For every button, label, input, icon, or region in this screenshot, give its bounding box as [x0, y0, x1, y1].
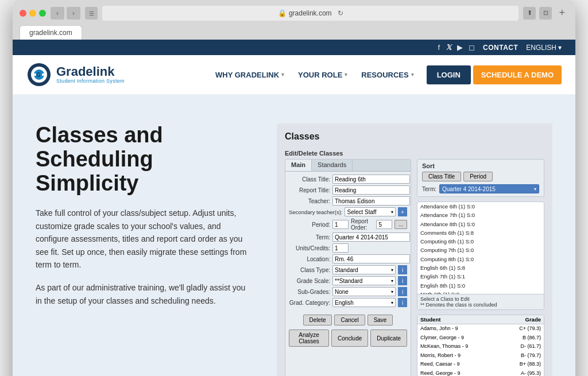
logo-area: G Gradelink Student Information System — [26, 62, 125, 87]
sort-period-button[interactable]: Period — [463, 172, 493, 181]
nav-role-label: YOUR ROLE — [298, 71, 342, 79]
report-order-label: Report Order: — [351, 218, 374, 231]
class-list-item[interactable]: Computing 6th (1) S:0 — [417, 237, 544, 246]
share-button[interactable]: ⬆ — [523, 7, 536, 20]
nav-resources[interactable]: RESOURCES ▾ — [355, 67, 419, 83]
report-order-input[interactable] — [376, 220, 392, 229]
tab-main[interactable]: Main — [285, 160, 312, 171]
grade-scale-select[interactable]: **Standard▾ — [332, 276, 396, 285]
grade-items: Adams, John - 9C+ (79.3)Clymer, George -… — [417, 324, 544, 376]
nav-your-role[interactable]: YOUR ROLE ▾ — [292, 67, 353, 83]
class-title-row: Class Title: — [289, 175, 407, 184]
delete-button[interactable]: Delete — [303, 315, 332, 325]
form-panel: Main Standards Class Title: Report Title… — [285, 159, 411, 376]
save-button[interactable]: Save — [368, 315, 393, 325]
twitter-icon[interactable]: 𝕏 — [446, 43, 451, 52]
secondary-teacher-label: Secondary teacher(s): — [289, 209, 342, 215]
class-list-item[interactable]: Attendance 7th (1) S:0 — [417, 211, 544, 219]
term-input[interactable] — [332, 232, 410, 242]
sub-grades-info-button[interactable]: i — [398, 287, 407, 296]
sub-grades-row: Sub-Grades: None▾ i — [289, 287, 407, 296]
right-panel: Sort Class Title Period Term: Quarter 4 … — [417, 159, 544, 376]
period-input[interactable] — [332, 220, 349, 229]
maximize-dot[interactable] — [39, 10, 46, 17]
teacher-input[interactable] — [332, 196, 410, 206]
grade-header: Student Grade — [417, 315, 544, 324]
forward-button[interactable]: › — [67, 7, 80, 20]
grad-category-info-button[interactable]: i — [398, 298, 407, 307]
class-list-item[interactable]: Attendance 6th (1) S:0 — [417, 202, 544, 211]
analyze-classes-button[interactable]: Analyze Classes — [289, 330, 329, 347]
utility-bar: f 𝕏 ▶ ◻ CONTACT ENGLISH ▾ — [13, 40, 575, 55]
secondary-teacher-row: Secondary teacher(s): Select Staff ▾ + — [289, 207, 407, 216]
bookmarks-button[interactable]: ⊡ — [539, 7, 552, 20]
hero-title: Classes and Scheduling Simplicity — [36, 123, 254, 195]
active-tab[interactable]: gradelink.com — [20, 25, 82, 40]
location-label: Location: — [289, 256, 330, 262]
facebook-icon[interactable]: f — [438, 43, 440, 52]
class-list-item[interactable]: Comments 6th (1) S:8 — [417, 228, 544, 237]
nav-why-gradelink[interactable]: WHY GRADELINK ▾ — [210, 67, 290, 83]
conclude-button[interactable]: Conclude — [331, 330, 368, 347]
sort-class-title-button[interactable]: Class Title — [422, 172, 461, 181]
class-list-item[interactable]: English 8th (1) S:0 — [417, 281, 544, 290]
form-tabs: Main Standards — [285, 160, 411, 172]
report-order-browse-button[interactable]: ... — [394, 220, 407, 229]
logo-text: Gradelink Student Information System — [56, 65, 125, 84]
units-input[interactable] — [332, 243, 349, 253]
hero-section: Classes and Scheduling Simplicity Take f… — [13, 95, 575, 376]
student-name: Clymer, George - 9 — [420, 334, 512, 342]
class-list-item[interactable]: English 6th (1) S:8 — [417, 263, 544, 272]
tab-label: gradelink.com — [29, 29, 72, 37]
report-title-input[interactable] — [332, 185, 410, 195]
class-list-item[interactable]: Math 6th (1) S:8 — [417, 290, 544, 294]
class-list-item[interactable]: Computing 8th (1) S:0 — [417, 255, 544, 263]
close-dot[interactable] — [20, 10, 26, 17]
youtube-icon[interactable]: ▶ — [457, 43, 463, 52]
grade-value: B+ (88.3) — [512, 361, 541, 369]
schedule-demo-button[interactable]: SCHEDULE A DEMO — [473, 65, 562, 84]
new-tab-button[interactable]: + — [555, 7, 568, 19]
cancel-button[interactable]: Cancel — [334, 315, 365, 325]
grade-value: B (86.7) — [512, 334, 541, 342]
class-list: Attendance 6th (1) S:0Attendance 7th (1)… — [417, 201, 544, 310]
gradelink-logo-icon: G — [26, 62, 52, 87]
instagram-icon[interactable]: ◻ — [469, 43, 475, 52]
lock-icon: 🔒 — [278, 9, 287, 17]
grad-category-select[interactable]: English▾ — [332, 298, 396, 307]
login-button[interactable]: LOGIN — [427, 65, 471, 84]
grade-scale-info-button[interactable]: i — [398, 276, 407, 285]
address-bar[interactable]: 🔒 gradelink.com ↻ — [102, 6, 519, 21]
report-title-row: Report Title: — [289, 185, 407, 195]
grade-scale-label: Grade Scale: — [289, 278, 330, 284]
browser-chrome: ‹ › ☰ 🔒 gradelink.com ↻ ⬆ ⊡ + gradelink.… — [13, 0, 575, 40]
utility-nav: CONTACT ENGLISH ▾ — [483, 44, 562, 52]
nav-resources-label: RESOURCES — [361, 71, 408, 79]
secondary-teacher-select[interactable]: Select Staff ▾ — [345, 207, 396, 216]
class-type-select[interactable]: Standard▾ — [332, 265, 396, 274]
svg-rect-3 — [32, 73, 36, 76]
tab-standards[interactable]: Standards — [312, 160, 353, 171]
location-input[interactable] — [332, 254, 410, 263]
english-dropdown[interactable]: ENGLISH ▾ — [526, 44, 562, 52]
grade-col-header: Grade — [525, 316, 541, 323]
class-type-info-button[interactable]: i — [398, 265, 407, 274]
minimize-dot[interactable] — [29, 10, 36, 17]
back-button[interactable]: ‹ — [51, 7, 64, 20]
hero-text: Classes and Scheduling Simplicity Take f… — [36, 123, 254, 317]
sort-term-select[interactable]: Quarter 4 2014-2015 ▾ — [439, 184, 539, 193]
reload-button[interactable]: ↻ — [338, 9, 343, 17]
class-title-input[interactable] — [332, 175, 410, 184]
secondary-teacher-add-button[interactable]: + — [398, 207, 407, 216]
report-title-label: Report Title: — [289, 187, 330, 193]
sub-grades-select[interactable]: None▾ — [332, 287, 396, 296]
duplicate-button[interactable]: Duplicate — [370, 330, 407, 347]
student-name: Reed, George - 9 — [420, 370, 512, 377]
class-list-item[interactable]: Attendance 8th (1) S:0 — [417, 220, 544, 228]
class-list-item[interactable]: Computing 7th (1) S:0 — [417, 246, 544, 254]
term-row: Term: ... — [289, 232, 407, 242]
contact-link[interactable]: CONTACT — [483, 44, 518, 52]
grade-row: Morris, Robert - 9B- (79.7) — [417, 351, 544, 361]
english-chevron: ▾ — [558, 44, 562, 52]
class-list-item[interactable]: English 7th (1) S:1 — [417, 272, 544, 281]
